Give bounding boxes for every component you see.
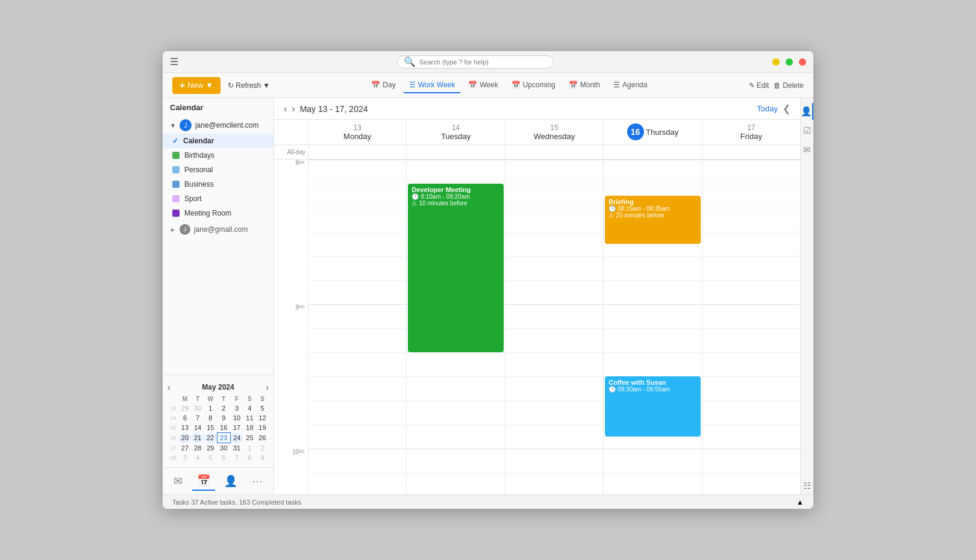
mini-cal-day[interactable]: 6 [178,413,191,423]
mini-cal-day[interactable]: 29 [178,403,191,413]
mini-cal-day[interactable]: 25 [243,433,256,443]
mini-cal-day[interactable]: 3 [178,453,191,462]
mini-cal-day[interactable]: 7 [191,413,204,423]
time-label: 800 [274,160,308,184]
mini-cal-day[interactable]: 27 [178,443,191,453]
day-col-tuesday[interactable]: Developer Meeting🕐 8:10am - 09:20am⚠ 10 … [406,160,504,494]
sidebar-item-calendar[interactable]: ✓ Calendar [163,134,274,148]
hamburger-icon[interactable]: ☰ [170,56,178,67]
mini-cal-day[interactable]: 30 [191,403,204,413]
delete-button[interactable]: 🗑 Delete [774,81,804,90]
mini-cal-day[interactable]: 18 [243,423,256,433]
time-label [274,473,308,494]
contacts-nav-button[interactable]: 👤 [219,472,242,490]
mini-cal-day[interactable]: 28 [191,443,204,453]
search-input[interactable] [419,58,547,66]
mini-cal-day[interactable]: 2 [217,403,230,413]
maximize-button[interactable] [786,58,793,66]
mini-cal-day[interactable]: 3 [230,403,243,413]
sidebar-item-personal[interactable]: Personal [163,163,274,177]
new-button[interactable]: + New ▼ [172,77,221,94]
mini-cal-day[interactable]: 10 [230,413,243,423]
sidebar-account-main[interactable]: ▼ J jane@emclient.com [163,117,274,134]
mail-nav-button[interactable]: ✉ [169,472,187,490]
tab-month[interactable]: 📅 Month [563,78,606,93]
tab-workweek[interactable]: ☰ Work Week [403,78,461,93]
calendar-nav-button[interactable]: 📅 [192,471,215,491]
refresh-button[interactable]: ↻ Refresh ▼ [228,81,270,90]
tab-agenda[interactable]: ☰ Agenda [607,78,653,93]
mini-cal-day[interactable]: 24 [230,433,243,443]
mini-cal-day[interactable]: 5 [256,403,269,413]
mini-cal-day[interactable]: 20 [178,433,191,443]
day-col-friday[interactable] [702,160,800,494]
close-button[interactable] [799,58,806,66]
tab-week[interactable]: 📅 Week [462,78,504,93]
mini-cal-day[interactable]: 22 [204,433,217,443]
mini-cal-day[interactable]: 4 [191,453,204,462]
status-expand-button[interactable]: ▲ [796,498,804,506]
mini-cal-day[interactable]: 31 [230,443,243,453]
mini-cal-day[interactable]: 1 [204,403,217,413]
day-col-thursday[interactable]: Briefing🕐 08:15am - 08:35am⚠ 20 minutes … [603,160,701,494]
sidebar-account-gmail[interactable]: ► J jane@gmail.com [163,220,274,238]
sidebar-item-birthdays[interactable]: Birthdays [163,148,274,163]
sidebar: Calendar ▼ J jane@emclient.com ✓ Calenda… [163,98,274,494]
mini-cal-day[interactable]: 17 [230,423,243,433]
mini-cal-day[interactable]: 4 [243,403,256,413]
day-col-wednesday[interactable] [505,160,603,494]
rsb-tasks-button[interactable]: ☑ [801,122,813,139]
search-bar[interactable]: 🔍 [397,55,554,69]
time-gutter-header [274,120,308,145]
day-col-monday[interactable] [308,160,406,494]
mini-cal-day[interactable]: 8 [204,413,217,423]
mini-cal-day[interactable]: 30 [217,443,230,453]
rsb-contacts-button[interactable]: 👤 [801,103,813,120]
sidebar-item-sport[interactable]: Sport [163,191,274,206]
mini-cal-day[interactable]: 26 [256,433,269,443]
mini-cal-day[interactable]: 29 [204,443,217,453]
sidebar-item-business[interactable]: Business [163,177,274,191]
mini-cal-day[interactable]: 16 [217,423,230,433]
upcoming-icon: 📅 [511,81,521,89]
mini-cal-day[interactable]: 19 [256,423,269,433]
event-block[interactable]: Briefing🕐 08:15am - 08:35am⚠ 20 minutes … [605,196,700,244]
mini-cal-day[interactable]: 15 [204,423,217,433]
mini-cal-day[interactable]: 9 [256,453,269,462]
time-label [274,425,308,449]
mini-cal-day[interactable]: 9 [217,413,230,423]
all-day-cell-thu [603,145,701,159]
rsb-mail-button[interactable]: ✉ [801,142,813,158]
edit-button[interactable]: ✎ Edit [749,81,769,90]
mini-cal-day[interactable]: 5 [204,453,217,462]
event-block[interactable]: Developer Meeting🕐 8:10am - 09:20am⚠ 10 … [408,184,503,352]
more-nav-button[interactable]: ⋯ [247,472,267,490]
mini-cal-day[interactable]: 14 [191,423,204,433]
mini-cal-day[interactable]: 23 [217,433,230,443]
tab-day[interactable]: 📅 Day [365,78,401,93]
cal-today-button[interactable]: Today [757,104,778,113]
mini-cal-next-button[interactable]: › [266,382,269,392]
cal-next-button[interactable]: › [292,104,295,114]
event-title: Briefing [608,198,696,205]
mini-cal-day[interactable]: 21 [191,433,204,443]
mini-cal-day[interactable]: 12 [256,413,269,423]
mini-cal-header: ‹ May 2024 › [167,380,269,394]
mini-cal-day[interactable]: 8 [243,453,256,462]
mini-cal-day[interactable]: 6 [217,453,230,462]
rsb-grid-button[interactable]: ☷ [801,478,813,494]
time-label [274,400,308,425]
event-block[interactable]: Coffee with Susan🕐 09:30am - 09:55am [605,376,700,437]
cal-collapse-button[interactable]: ❮ [783,103,790,114]
sidebar-item-meeting-room[interactable]: Meeting Room [163,206,274,220]
mini-cal-day[interactable]: 13 [178,423,191,433]
mini-cal-day[interactable]: 1 [243,443,256,453]
mini-cal-prev-button[interactable]: ‹ [167,382,170,392]
mini-cal-day[interactable]: 11 [243,413,256,423]
tab-upcoming[interactable]: 📅 Upcoming [505,78,562,93]
mini-cal-wed: W [204,394,217,403]
mini-cal-day[interactable]: 2 [256,443,269,453]
minimize-button[interactable] [772,58,780,66]
mini-cal-day[interactable]: 7 [230,453,243,462]
cal-prev-button[interactable]: ‹ [284,104,287,114]
